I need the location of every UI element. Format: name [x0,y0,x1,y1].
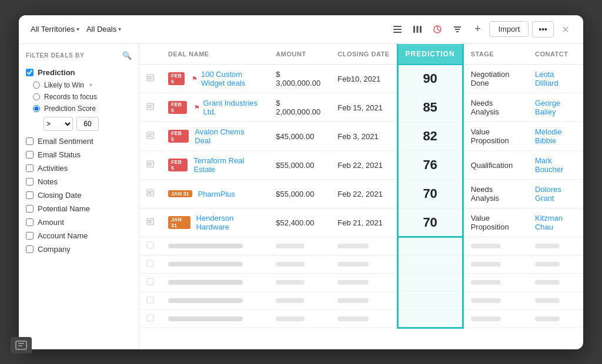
contact-link[interactable]: Dolores Grant [535,185,561,203]
ph-pred [397,292,463,310]
ph-contact [528,274,583,292]
deal-cell-inner: FEB 5 ⚑ 100 Custom Widget deals [168,70,262,87]
prediction-score-cell: 85 [397,93,463,122]
closing-date-cell: Feb 3, 2021 [330,122,397,151]
records-to-focus-radio[interactable] [33,93,40,100]
col-deal-name: DEAL NAME [161,44,269,65]
deals-dropdown[interactable]: All Deals [84,23,123,35]
activities-label: Activities [38,164,68,173]
stage-cell: Value Proposition [463,208,528,237]
ph-stage [463,237,528,255]
ph-contact [528,237,583,255]
potential-name-item[interactable]: Potential Name [26,202,132,215]
deal-name-link[interactable]: Henderson Hardware [196,214,262,231]
main-content: FILTER DEALS BY 🔍 Prediction Likely to W… [19,44,583,349]
sidebar-search-btn[interactable]: 🔍 [122,51,132,60]
prediction-score-label: Prediction Score [44,105,96,113]
email-sentiment-checkbox[interactable] [26,137,34,145]
table-placeholder-row [139,237,583,255]
closing-date-cell: Feb10, 2021 [330,65,397,93]
contact-link[interactable]: Kitzman Chau [535,214,563,231]
email-status-item[interactable]: Email Status [26,148,132,161]
account-name-item[interactable]: Account Name [26,229,132,242]
import-button[interactable]: Import [489,21,529,37]
deal-name-cell: JAN 31 PharmPlus [161,180,269,208]
contact-link[interactable]: Leota Dilliard [535,70,558,87]
amount-cell: $55,000.00 [269,180,330,208]
contact-link[interactable]: Mark Boucher [535,156,563,174]
company-item[interactable]: Company [26,242,132,256]
activities-item[interactable]: Activities [26,161,132,175]
email-status-label: Email Status [38,150,81,159]
sort-btn[interactable] [557,21,574,38]
filter-sort-btn[interactable] [449,21,466,38]
activities-checkbox[interactable] [26,164,34,172]
table-row: FEB 5 Terraform Real Estate $55,000.00Fe… [139,151,583,180]
prediction-score-cell: 82 [397,122,463,151]
table-header-row: DEAL NAME AMOUNT CLOSING DATE PREDICTION… [139,44,583,65]
deal-name-link[interactable]: Grant Industries Ltd. [203,99,262,116]
closing-date-label: Closing Date [38,191,81,200]
filter-header: FILTER DEALS BY 🔍 [26,51,132,60]
score-value-input[interactable] [76,117,99,131]
stage-cell: Needs Analysis [463,180,528,208]
deal-name-link[interactable]: Avalon Chems Deal [195,127,262,145]
list-view-btn[interactable] [389,21,406,38]
likely-to-win-radio-item[interactable]: Likely to Win ▾ [31,79,132,91]
prediction-score-radio[interactable] [33,105,40,112]
ph-pred [397,255,463,274]
col-checkbox [139,44,161,65]
svg-rect-1 [393,29,402,30]
deal-name-link[interactable]: Terraform Real Estate [193,156,262,174]
analytics-btn[interactable] [429,21,446,38]
row-doc-icon [146,103,154,110]
flag-icon: ⚑ [192,75,198,83]
company-checkbox[interactable] [26,245,34,253]
likely-to-win-radio[interactable] [33,82,40,89]
territory-dropdown[interactable]: All Territories [28,23,82,35]
contact-cell: Dolores Grant [528,180,583,208]
row-checkbox-cell [139,180,161,208]
row-doc-icon [146,189,154,197]
ph-stage [463,310,528,328]
amount-item[interactable]: Amount [26,215,132,229]
contact-link[interactable]: Melodie Bibbie [535,127,562,145]
row-checkbox-cell [139,122,161,151]
deal-name-link[interactable]: 100 Custom Widget deals [201,70,262,87]
ph-contact [528,310,583,328]
notes-checkbox[interactable] [26,178,34,186]
notes-item[interactable]: Notes [26,175,132,188]
ph-amt [269,310,330,328]
potential-name-checkbox[interactable] [26,205,34,213]
ph-amt [269,292,330,310]
prediction-checkbox-item[interactable]: Prediction [26,66,132,79]
email-sentiment-item[interactable]: Email Sentiment [26,134,132,148]
table-row: FEB 5 ⚑ 100 Custom Widget deals $ 3,000,… [139,65,583,93]
contact-link[interactable]: George Bailey [535,99,560,116]
prediction-checkbox[interactable] [26,69,34,76]
svg-rect-36 [147,278,153,285]
amount-checkbox[interactable] [26,218,34,226]
prediction-sub: Likely to Win ▾ Records to focus Predict… [26,79,132,131]
add-btn[interactable]: + [469,21,486,38]
deal-name-link[interactable]: PharmPlus [198,190,236,198]
toolbar-right: + Import ••• [389,21,574,38]
prediction-score-radio-item[interactable]: Prediction Score [31,103,132,114]
row-checkbox-cell [139,65,161,93]
closing-date-checkbox[interactable] [26,191,34,199]
likely-to-win-chevron: ▾ [89,82,92,88]
email-status-checkbox[interactable] [26,151,34,159]
column-view-btn[interactable] [409,21,426,38]
score-operator-select[interactable]: > < = [44,117,73,131]
closing-date-item[interactable]: Closing Date [26,188,132,202]
records-to-focus-radio-item[interactable]: Records to focus [31,91,132,103]
ph-check [139,292,161,310]
ph-pred [397,310,463,328]
more-options-btn[interactable]: ••• [532,21,554,38]
svg-rect-2 [393,32,402,33]
deal-tag-badge: JAN 31 [168,216,190,229]
account-name-checkbox[interactable] [26,232,34,240]
notes-label: Notes [38,177,58,186]
records-to-focus-label: Records to focus [44,93,97,101]
other-filters-section: Email Sentiment Email Status Activities … [26,134,132,256]
